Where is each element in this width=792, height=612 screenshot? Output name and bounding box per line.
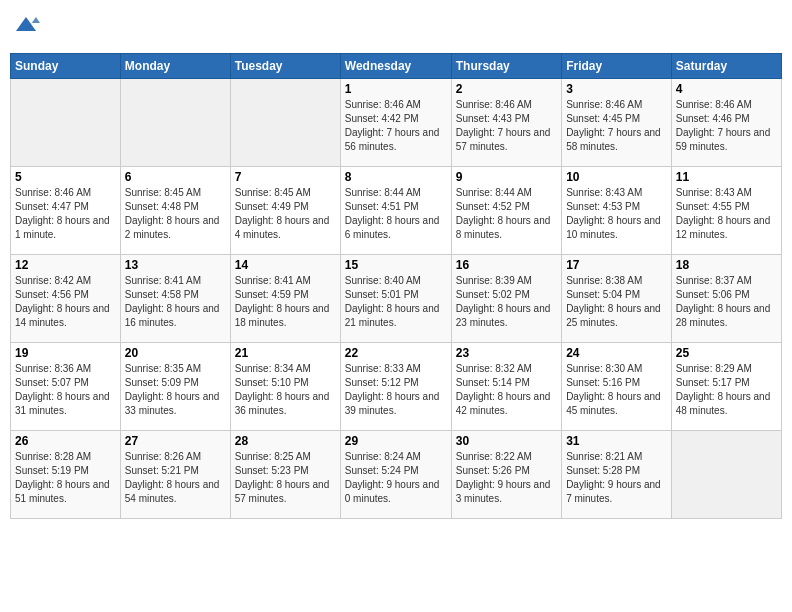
weekday-header: Saturday bbox=[671, 53, 781, 78]
day-number: 9 bbox=[456, 170, 557, 184]
weekday-header: Sunday bbox=[11, 53, 121, 78]
calendar-cell: 21Sunrise: 8:34 AM Sunset: 5:10 PM Dayli… bbox=[230, 342, 340, 430]
calendar-cell: 20Sunrise: 8:35 AM Sunset: 5:09 PM Dayli… bbox=[120, 342, 230, 430]
calendar-cell bbox=[671, 430, 781, 518]
day-number: 21 bbox=[235, 346, 336, 360]
day-number: 20 bbox=[125, 346, 226, 360]
calendar-week-row: 12Sunrise: 8:42 AM Sunset: 4:56 PM Dayli… bbox=[11, 254, 782, 342]
day-info: Sunrise: 8:37 AM Sunset: 5:06 PM Dayligh… bbox=[676, 274, 777, 330]
weekday-header: Friday bbox=[562, 53, 672, 78]
day-info: Sunrise: 8:46 AM Sunset: 4:43 PM Dayligh… bbox=[456, 98, 557, 154]
calendar-cell: 17Sunrise: 8:38 AM Sunset: 5:04 PM Dayli… bbox=[562, 254, 672, 342]
calendar-cell: 22Sunrise: 8:33 AM Sunset: 5:12 PM Dayli… bbox=[340, 342, 451, 430]
calendar-cell: 23Sunrise: 8:32 AM Sunset: 5:14 PM Dayli… bbox=[451, 342, 561, 430]
calendar-body: 1Sunrise: 8:46 AM Sunset: 4:42 PM Daylig… bbox=[11, 78, 782, 518]
calendar-cell: 18Sunrise: 8:37 AM Sunset: 5:06 PM Dayli… bbox=[671, 254, 781, 342]
day-number: 18 bbox=[676, 258, 777, 272]
day-info: Sunrise: 8:32 AM Sunset: 5:14 PM Dayligh… bbox=[456, 362, 557, 418]
calendar-cell: 13Sunrise: 8:41 AM Sunset: 4:58 PM Dayli… bbox=[120, 254, 230, 342]
day-number: 8 bbox=[345, 170, 447, 184]
day-number: 15 bbox=[345, 258, 447, 272]
day-info: Sunrise: 8:43 AM Sunset: 4:53 PM Dayligh… bbox=[566, 186, 667, 242]
calendar-cell: 16Sunrise: 8:39 AM Sunset: 5:02 PM Dayli… bbox=[451, 254, 561, 342]
calendar-cell: 19Sunrise: 8:36 AM Sunset: 5:07 PM Dayli… bbox=[11, 342, 121, 430]
day-info: Sunrise: 8:21 AM Sunset: 5:28 PM Dayligh… bbox=[566, 450, 667, 506]
day-number: 2 bbox=[456, 82, 557, 96]
day-info: Sunrise: 8:36 AM Sunset: 5:07 PM Dayligh… bbox=[15, 362, 116, 418]
day-info: Sunrise: 8:30 AM Sunset: 5:16 PM Dayligh… bbox=[566, 362, 667, 418]
day-number: 12 bbox=[15, 258, 116, 272]
day-number: 29 bbox=[345, 434, 447, 448]
svg-marker-0 bbox=[16, 17, 36, 31]
day-number: 10 bbox=[566, 170, 667, 184]
calendar-cell: 29Sunrise: 8:24 AM Sunset: 5:24 PM Dayli… bbox=[340, 430, 451, 518]
calendar-cell: 24Sunrise: 8:30 AM Sunset: 5:16 PM Dayli… bbox=[562, 342, 672, 430]
day-info: Sunrise: 8:38 AM Sunset: 5:04 PM Dayligh… bbox=[566, 274, 667, 330]
day-info: Sunrise: 8:25 AM Sunset: 5:23 PM Dayligh… bbox=[235, 450, 336, 506]
calendar-cell: 8Sunrise: 8:44 AM Sunset: 4:51 PM Daylig… bbox=[340, 166, 451, 254]
day-info: Sunrise: 8:39 AM Sunset: 5:02 PM Dayligh… bbox=[456, 274, 557, 330]
day-info: Sunrise: 8:46 AM Sunset: 4:45 PM Dayligh… bbox=[566, 98, 667, 154]
calendar-cell: 4Sunrise: 8:46 AM Sunset: 4:46 PM Daylig… bbox=[671, 78, 781, 166]
calendar-week-row: 5Sunrise: 8:46 AM Sunset: 4:47 PM Daylig… bbox=[11, 166, 782, 254]
logo bbox=[10, 10, 42, 45]
page-header bbox=[10, 10, 782, 45]
day-info: Sunrise: 8:24 AM Sunset: 5:24 PM Dayligh… bbox=[345, 450, 447, 506]
day-number: 14 bbox=[235, 258, 336, 272]
day-info: Sunrise: 8:22 AM Sunset: 5:26 PM Dayligh… bbox=[456, 450, 557, 506]
weekday-header: Monday bbox=[120, 53, 230, 78]
day-info: Sunrise: 8:34 AM Sunset: 5:10 PM Dayligh… bbox=[235, 362, 336, 418]
day-number: 28 bbox=[235, 434, 336, 448]
weekday-header: Thursday bbox=[451, 53, 561, 78]
calendar-cell: 14Sunrise: 8:41 AM Sunset: 4:59 PM Dayli… bbox=[230, 254, 340, 342]
calendar-cell: 26Sunrise: 8:28 AM Sunset: 5:19 PM Dayli… bbox=[11, 430, 121, 518]
day-info: Sunrise: 8:45 AM Sunset: 4:48 PM Dayligh… bbox=[125, 186, 226, 242]
logo-icon bbox=[12, 10, 42, 40]
calendar-cell: 7Sunrise: 8:45 AM Sunset: 4:49 PM Daylig… bbox=[230, 166, 340, 254]
day-info: Sunrise: 8:35 AM Sunset: 5:09 PM Dayligh… bbox=[125, 362, 226, 418]
calendar-cell: 25Sunrise: 8:29 AM Sunset: 5:17 PM Dayli… bbox=[671, 342, 781, 430]
calendar-cell: 6Sunrise: 8:45 AM Sunset: 4:48 PM Daylig… bbox=[120, 166, 230, 254]
day-number: 17 bbox=[566, 258, 667, 272]
day-number: 25 bbox=[676, 346, 777, 360]
calendar-cell: 3Sunrise: 8:46 AM Sunset: 4:45 PM Daylig… bbox=[562, 78, 672, 166]
calendar-cell: 15Sunrise: 8:40 AM Sunset: 5:01 PM Dayli… bbox=[340, 254, 451, 342]
calendar-cell: 10Sunrise: 8:43 AM Sunset: 4:53 PM Dayli… bbox=[562, 166, 672, 254]
calendar-cell: 12Sunrise: 8:42 AM Sunset: 4:56 PM Dayli… bbox=[11, 254, 121, 342]
day-number: 31 bbox=[566, 434, 667, 448]
day-info: Sunrise: 8:44 AM Sunset: 4:51 PM Dayligh… bbox=[345, 186, 447, 242]
day-info: Sunrise: 8:45 AM Sunset: 4:49 PM Dayligh… bbox=[235, 186, 336, 242]
weekday-header: Tuesday bbox=[230, 53, 340, 78]
day-info: Sunrise: 8:46 AM Sunset: 4:47 PM Dayligh… bbox=[15, 186, 116, 242]
day-number: 6 bbox=[125, 170, 226, 184]
day-number: 1 bbox=[345, 82, 447, 96]
day-info: Sunrise: 8:43 AM Sunset: 4:55 PM Dayligh… bbox=[676, 186, 777, 242]
calendar-cell: 11Sunrise: 8:43 AM Sunset: 4:55 PM Dayli… bbox=[671, 166, 781, 254]
day-number: 11 bbox=[676, 170, 777, 184]
calendar-cell bbox=[11, 78, 121, 166]
calendar-week-row: 26Sunrise: 8:28 AM Sunset: 5:19 PM Dayli… bbox=[11, 430, 782, 518]
calendar-week-row: 1Sunrise: 8:46 AM Sunset: 4:42 PM Daylig… bbox=[11, 78, 782, 166]
day-info: Sunrise: 8:42 AM Sunset: 4:56 PM Dayligh… bbox=[15, 274, 116, 330]
day-number: 16 bbox=[456, 258, 557, 272]
day-number: 22 bbox=[345, 346, 447, 360]
day-info: Sunrise: 8:26 AM Sunset: 5:21 PM Dayligh… bbox=[125, 450, 226, 506]
calendar-cell: 2Sunrise: 8:46 AM Sunset: 4:43 PM Daylig… bbox=[451, 78, 561, 166]
day-number: 26 bbox=[15, 434, 116, 448]
calendar-cell: 31Sunrise: 8:21 AM Sunset: 5:28 PM Dayli… bbox=[562, 430, 672, 518]
weekday-header: Wednesday bbox=[340, 53, 451, 78]
calendar-cell: 5Sunrise: 8:46 AM Sunset: 4:47 PM Daylig… bbox=[11, 166, 121, 254]
day-number: 19 bbox=[15, 346, 116, 360]
day-number: 3 bbox=[566, 82, 667, 96]
calendar-cell: 28Sunrise: 8:25 AM Sunset: 5:23 PM Dayli… bbox=[230, 430, 340, 518]
day-number: 24 bbox=[566, 346, 667, 360]
day-number: 5 bbox=[15, 170, 116, 184]
day-info: Sunrise: 8:46 AM Sunset: 4:46 PM Dayligh… bbox=[676, 98, 777, 154]
calendar-cell: 1Sunrise: 8:46 AM Sunset: 4:42 PM Daylig… bbox=[340, 78, 451, 166]
calendar-cell bbox=[120, 78, 230, 166]
calendar-week-row: 19Sunrise: 8:36 AM Sunset: 5:07 PM Dayli… bbox=[11, 342, 782, 430]
day-number: 27 bbox=[125, 434, 226, 448]
day-info: Sunrise: 8:41 AM Sunset: 4:58 PM Dayligh… bbox=[125, 274, 226, 330]
calendar-cell: 30Sunrise: 8:22 AM Sunset: 5:26 PM Dayli… bbox=[451, 430, 561, 518]
day-info: Sunrise: 8:44 AM Sunset: 4:52 PM Dayligh… bbox=[456, 186, 557, 242]
